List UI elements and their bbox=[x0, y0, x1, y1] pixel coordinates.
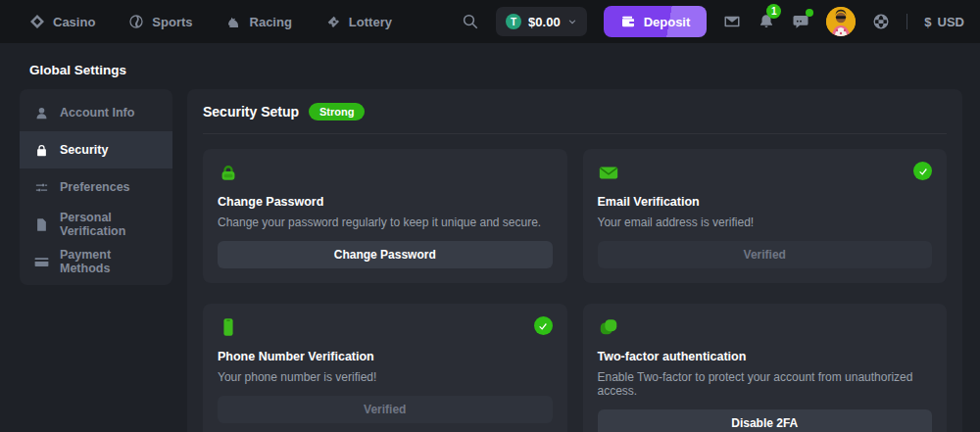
globe-icon bbox=[872, 13, 890, 30]
currency-code: USD bbox=[938, 15, 964, 29]
sidebar-item-personal-verification[interactable]: Personal Verification bbox=[20, 206, 172, 243]
card-description: Change your password regularly to keep i… bbox=[218, 216, 553, 229]
currency-symbol: $ bbox=[924, 15, 931, 29]
nav-item-racing[interactable]: Racing bbox=[226, 14, 292, 29]
casino-icon bbox=[29, 14, 45, 29]
nav-label: Lottery bbox=[349, 15, 392, 29]
email-verified-button: Verified bbox=[598, 241, 933, 268]
lock-icon bbox=[34, 143, 49, 158]
document-icon bbox=[34, 217, 49, 232]
card-description: Your phone number is verified! bbox=[218, 370, 553, 384]
tether-coin-icon: T bbox=[506, 14, 521, 29]
change-password-card: Change Password Change your password reg… bbox=[203, 149, 567, 283]
nav-label: Sports bbox=[152, 15, 192, 29]
wallet-icon bbox=[620, 14, 636, 29]
nav-item-sports[interactable]: Sports bbox=[128, 14, 192, 29]
two-factor-shields-icon bbox=[598, 316, 619, 338]
card-title: Email Verification bbox=[598, 195, 933, 209]
security-cards: Change Password Change your password reg… bbox=[203, 149, 947, 432]
verified-check-icon bbox=[913, 162, 932, 180]
nav-item-casino[interactable]: Casino bbox=[29, 14, 95, 29]
card-description: Enable Two-factor to protect your accoun… bbox=[598, 370, 933, 398]
chat-button[interactable] bbox=[792, 13, 809, 30]
chat-status-dot bbox=[806, 9, 813, 17]
padlock-green-icon bbox=[218, 162, 239, 183]
card-description: Your email address is verified! bbox=[598, 216, 933, 229]
settings-sidebar: Account Info Security Preferences Person… bbox=[20, 89, 172, 285]
verified-check-icon bbox=[534, 316, 553, 335]
card-title: Two-factor authentication bbox=[598, 350, 933, 363]
nav-label: Racing bbox=[250, 15, 292, 29]
sports-icon bbox=[128, 14, 144, 29]
lottery-icon bbox=[325, 14, 341, 29]
card-title: Change Password bbox=[218, 195, 553, 209]
sliders-icon bbox=[34, 180, 49, 195]
content: Account Info Security Preferences Person… bbox=[0, 89, 980, 432]
nav-label: Casino bbox=[53, 15, 95, 29]
deposit-button[interactable]: Deposit bbox=[604, 6, 708, 37]
header-right: T $0.00 Deposit 1 bbox=[462, 6, 964, 37]
phone-verified-button: Verified bbox=[218, 396, 553, 423]
sidebar-item-label: Personal Verification bbox=[60, 211, 158, 238]
credit-card-icon bbox=[34, 255, 49, 269]
search-icon bbox=[462, 13, 479, 30]
page-title: Global Settings bbox=[29, 63, 980, 77]
chevron-down-icon bbox=[567, 13, 577, 30]
disable-2fa-button[interactable]: Disable 2FA bbox=[598, 409, 933, 432]
sidebar-item-account-info[interactable]: Account Info bbox=[20, 94, 172, 131]
language-button[interactable] bbox=[872, 13, 890, 30]
messages-button[interactable] bbox=[723, 13, 741, 30]
card-title: Phone Number Verification bbox=[218, 350, 553, 363]
phone-green-icon bbox=[218, 316, 239, 338]
security-panel-header: Security Setup Strong bbox=[203, 103, 947, 134]
main-nav: Casino Sports Racing Lottery bbox=[29, 14, 392, 29]
header-divider bbox=[906, 14, 907, 29]
top-bar: Casino Sports Racing Lottery T $0.00 Dep… bbox=[0, 0, 980, 43]
currency-selector[interactable]: $ USD bbox=[924, 15, 964, 29]
email-verification-card: Email Verification Your email address is… bbox=[583, 149, 948, 283]
nav-item-lottery[interactable]: Lottery bbox=[325, 14, 392, 29]
notifications-button[interactable]: 1 bbox=[758, 13, 775, 30]
sidebar-item-label: Account Info bbox=[60, 106, 134, 120]
phone-verification-card: Phone Number Verification Your phone num… bbox=[203, 304, 567, 432]
sidebar-item-label: Payment Methods bbox=[60, 248, 158, 275]
sidebar-item-preferences[interactable]: Preferences bbox=[20, 168, 172, 206]
notification-count-badge: 1 bbox=[766, 4, 781, 19]
two-factor-card: Two-factor authentication Enable Two-fac… bbox=[583, 304, 948, 432]
sidebar-item-security[interactable]: Security bbox=[20, 131, 172, 168]
sidebar-item-label: Preferences bbox=[60, 180, 130, 194]
change-password-button[interactable]: Change Password bbox=[218, 241, 553, 268]
racing-icon bbox=[226, 14, 242, 29]
search-button[interactable] bbox=[462, 13, 479, 30]
strength-badge: Strong bbox=[309, 103, 365, 120]
avatar[interactable] bbox=[826, 7, 856, 36]
sidebar-item-payment-methods[interactable]: Payment Methods bbox=[20, 243, 172, 280]
user-icon bbox=[34, 106, 49, 120]
sidebar-item-label: Security bbox=[60, 143, 108, 157]
panel-title: Security Setup bbox=[203, 104, 299, 120]
deposit-label: Deposit bbox=[644, 15, 691, 29]
envelope-icon bbox=[723, 13, 741, 30]
balance-selector[interactable]: T $0.00 bbox=[496, 7, 587, 36]
security-panel: Security Setup Strong Change Password Ch… bbox=[187, 89, 962, 432]
balance-amount: $0.00 bbox=[528, 15, 561, 29]
envelope-green-icon bbox=[598, 162, 619, 183]
